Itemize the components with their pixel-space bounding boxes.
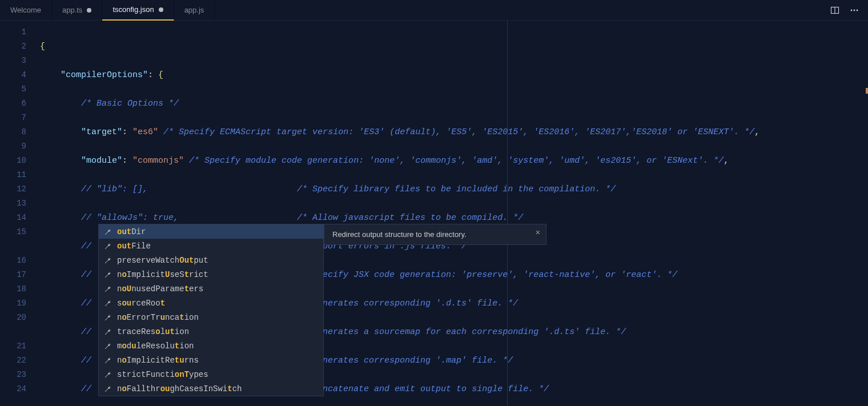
wrench-icon (103, 356, 112, 365)
svg-point-3 (854, 9, 855, 11)
suggestion-widget[interactable]: outDir outFile preserveWatchOutput noImp… (98, 224, 324, 396)
wrench-icon (103, 313, 112, 322)
tab-app-js[interactable]: app.js (174, 0, 215, 21)
tab-bar: Welcome app.ts tsconfig.json app.js (0, 0, 868, 21)
suggestion-item[interactable]: moduleResolution (99, 339, 323, 353)
wrench-icon (103, 341, 112, 351)
suggestion-item[interactable]: noFallthroughCasesInSwitch (99, 381, 323, 396)
wrench-icon (103, 284, 112, 294)
more-actions-icon[interactable] (849, 5, 860, 16)
tab-welcome[interactable]: Welcome (0, 0, 52, 21)
suggestion-item[interactable]: noUnusedParameters (99, 282, 323, 296)
wrench-icon (103, 370, 112, 379)
tooltip-text: Redirect output structure to the directo… (332, 230, 467, 239)
suggestion-item[interactable]: traceResolution (99, 324, 323, 339)
wrench-icon (103, 327, 112, 336)
suggestion-item[interactable]: preserveWatchOutput (99, 253, 323, 267)
wrench-icon (103, 242, 112, 251)
line-number-gutter: 123456789101112131415161718192021222324 (0, 21, 40, 406)
dirty-indicator-icon (159, 7, 163, 12)
wrench-icon (103, 227, 112, 236)
suggestion-item[interactable]: noImplicitUseStrict (99, 267, 323, 282)
tab-app-ts[interactable]: app.ts (52, 0, 102, 21)
suggestion-details: Redirect output structure to the directo… (324, 224, 546, 245)
wrench-icon (103, 384, 112, 393)
suggestion-item[interactable]: outFile (99, 239, 323, 253)
suggestion-item[interactable]: strictFunctionTypes (99, 367, 323, 381)
suggestion-item[interactable]: outDir (99, 224, 323, 239)
split-editor-icon[interactable] (829, 5, 841, 16)
svg-point-4 (857, 9, 858, 11)
wrench-icon (103, 270, 112, 279)
wrench-icon (103, 299, 112, 308)
tab-tsconfig[interactable]: tsconfig.json (102, 0, 174, 21)
dirty-indicator-icon (87, 8, 91, 13)
suggestion-item[interactable]: sourceRoot (99, 296, 323, 310)
suggestion-item[interactable]: noImplicitReturns (99, 353, 323, 367)
close-icon[interactable]: × (536, 228, 540, 237)
suggestion-item[interactable]: noErrorTruncation (99, 310, 323, 324)
wrench-icon (103, 256, 112, 265)
editor[interactable]: 123456789101112131415161718192021222324 … (0, 21, 868, 406)
svg-point-2 (851, 9, 853, 11)
